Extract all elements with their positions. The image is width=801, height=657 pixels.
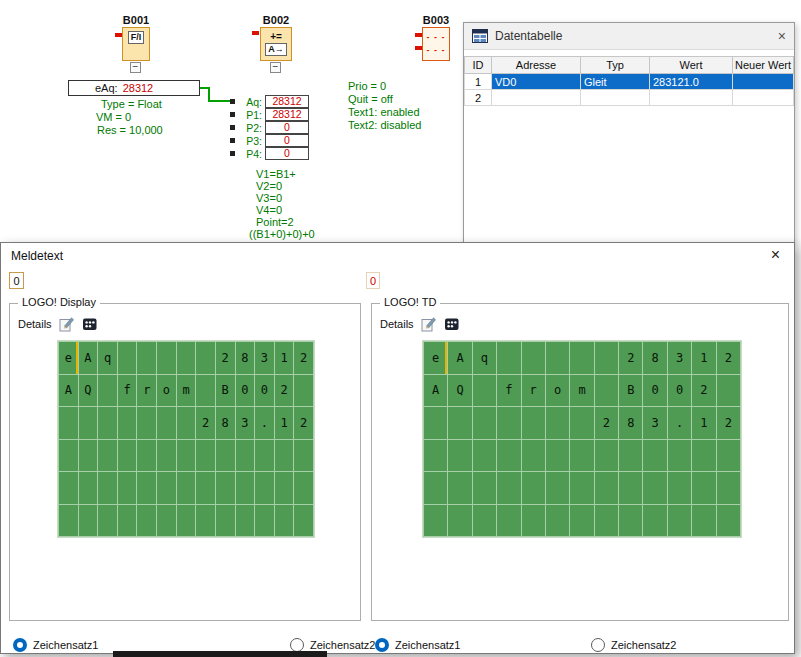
lcd-cell-r3c11[interactable]: . — [668, 407, 691, 439]
lcd-cell-r5c10[interactable] — [236, 472, 255, 504]
lcd-cell-r3c13[interactable]: 2 — [294, 407, 313, 439]
lcd-cell-r4c5[interactable] — [137, 440, 156, 472]
lcd-cell-r6c1[interactable] — [424, 505, 447, 537]
lcd-cell-r3c6[interactable] — [546, 407, 569, 439]
lcd-cell-r3c5[interactable] — [522, 407, 545, 439]
lcd-cell-r2c1[interactable]: A — [59, 375, 78, 407]
lcd-cell-r4c2[interactable] — [448, 440, 471, 472]
lcd-cell-r6c12[interactable] — [275, 505, 294, 537]
lcd-cell-r6c13[interactable] — [717, 505, 740, 537]
lcd-cell-r4c9[interactable] — [216, 440, 235, 472]
lcd-cell-r5c3[interactable] — [98, 472, 117, 504]
cell-id[interactable]: 1 — [465, 74, 492, 90]
lcd-cell-r1c9[interactable]: 2 — [216, 342, 235, 374]
edit-icon[interactable] — [59, 316, 75, 332]
lcd-cell-r4c5[interactable] — [522, 440, 545, 472]
lcd-cell-r4c7[interactable] — [570, 440, 593, 472]
lcd-cell-r5c6[interactable] — [546, 472, 569, 504]
lcd-cell-r5c12[interactable] — [692, 472, 715, 504]
datatable-titlebar[interactable]: Datentabelle × — [464, 23, 794, 50]
lcd-cell-r6c3[interactable] — [473, 505, 496, 537]
lcd-cell-r1c13[interactable]: 2 — [294, 342, 313, 374]
lcd-cell-r1c3[interactable]: q — [473, 342, 496, 374]
lcd-cell-r6c1[interactable] — [59, 505, 78, 537]
lcd-cell-r3c10[interactable]: 3 — [643, 407, 666, 439]
lcd-cell-r1c6[interactable] — [546, 342, 569, 374]
lcd-cell-r1c13[interactable]: 2 — [717, 342, 740, 374]
special-characters-icon[interactable] — [444, 316, 460, 332]
lcd-cell-r6c11[interactable] — [668, 505, 691, 537]
message-count-field-right[interactable]: 0 — [366, 272, 380, 289]
lcd-cell-r3c1[interactable] — [424, 407, 447, 439]
lcd-cell-r3c6[interactable] — [157, 407, 176, 439]
lcd-cell-r2c6[interactable]: o — [157, 375, 176, 407]
lcd-cell-r4c9[interactable] — [619, 440, 642, 472]
lcd-cell-r1c12[interactable]: 1 — [692, 342, 715, 374]
lcd-cell-r4c3[interactable] — [98, 440, 117, 472]
lcd-cell-r2c10[interactable]: 0 — [643, 375, 666, 407]
lcd-cell-r6c8[interactable] — [196, 505, 215, 537]
lcd-cell-r1c5[interactable] — [137, 342, 156, 374]
lcd-cell-r5c10[interactable] — [643, 472, 666, 504]
lcd-cell-r6c5[interactable] — [137, 505, 156, 537]
lcd-cell-r5c2[interactable] — [79, 472, 98, 504]
lcd-cell-r5c2[interactable] — [448, 472, 471, 504]
lcd-cell-r6c5[interactable] — [522, 505, 545, 537]
radio-zeichensatz1-display[interactable]: Zeichensatz1 — [13, 638, 98, 652]
lcd-cell-r1c9[interactable]: 2 — [619, 342, 642, 374]
lcd-cell-r2c7[interactable]: m — [177, 375, 196, 407]
lcd-cell-r5c8[interactable] — [196, 472, 215, 504]
network-input-box[interactable]: eAq: 28312 — [68, 80, 200, 96]
column-header-neuer-wert[interactable]: Neuer Wert — [733, 57, 794, 74]
lcd-cell-r4c1[interactable] — [59, 440, 78, 472]
b002-input-value[interactable]: 28312 — [265, 108, 309, 121]
lcd-cell-r4c12[interactable] — [275, 440, 294, 472]
lcd-cell-r5c3[interactable] — [473, 472, 496, 504]
lcd-cell-r4c12[interactable] — [692, 440, 715, 472]
datatable-close-icon[interactable]: × — [778, 29, 786, 43]
lcd-cell-r4c6[interactable] — [157, 440, 176, 472]
lcd-cell-r2c3[interactable] — [473, 375, 496, 407]
b002-input-value[interactable]: 0 — [265, 121, 309, 134]
lcd-cell-r6c6[interactable] — [157, 505, 176, 537]
lcd-cell-r1c1[interactable]: e — [59, 342, 78, 374]
lcd-cell-r5c4[interactable] — [118, 472, 137, 504]
lcd-cell-r3c8[interactable]: 2 — [196, 407, 215, 439]
edit-icon[interactable] — [421, 316, 437, 332]
lcd-cell-r4c1[interactable] — [424, 440, 447, 472]
lcd-cell-r3c10[interactable]: 3 — [236, 407, 255, 439]
lcd-cell-r4c2[interactable] — [79, 440, 98, 472]
lcd-cell-r5c7[interactable] — [570, 472, 593, 504]
taskbar-fragment[interactable] — [113, 651, 327, 657]
lcd-cell-r6c11[interactable] — [255, 505, 274, 537]
radio-zeichensatz2-td[interactable]: Zeichensatz2 — [591, 638, 676, 652]
lcd-cell-r2c8[interactable] — [595, 375, 618, 407]
b002-input-value[interactable]: 0 — [265, 134, 309, 147]
lcd-cell-r2c8[interactable] — [196, 375, 215, 407]
b002-input-value[interactable]: 0 — [265, 147, 309, 160]
lcd-cell-r4c3[interactable] — [473, 440, 496, 472]
lcd-cell-r2c10[interactable]: 0 — [236, 375, 255, 407]
cell-adresse[interactable]: VD0 — [492, 74, 581, 90]
radio-zeichensatz1-td[interactable]: Zeichensatz1 — [375, 638, 460, 652]
lcd-cell-r2c4[interactable]: f — [118, 375, 137, 407]
lcd-cell-r6c7[interactable] — [570, 505, 593, 537]
lcd-cell-r3c3[interactable] — [473, 407, 496, 439]
lcd-cell-r3c12[interactable]: 1 — [275, 407, 294, 439]
lcd-cell-r2c4[interactable]: f — [497, 375, 520, 407]
lcd-cell-r1c7[interactable] — [570, 342, 593, 374]
lcd-cell-r4c11[interactable] — [255, 440, 274, 472]
cell-neuer-wert[interactable] — [733, 74, 794, 90]
lcd-cell-r3c4[interactable] — [497, 407, 520, 439]
lcd-cell-r5c13[interactable] — [294, 472, 313, 504]
lcd-cell-r6c6[interactable] — [546, 505, 569, 537]
lcd-cell-r5c1[interactable] — [59, 472, 78, 504]
lcd-cell-r6c4[interactable] — [497, 505, 520, 537]
dialog-close-icon[interactable]: × — [771, 247, 780, 263]
lcd-cell-r2c12[interactable]: 2 — [275, 375, 294, 407]
lcd-cell-r5c5[interactable] — [137, 472, 156, 504]
lcd-cell-r3c4[interactable] — [118, 407, 137, 439]
lcd-cell-r4c4[interactable] — [118, 440, 137, 472]
lcd-cell-r4c10[interactable] — [643, 440, 666, 472]
column-header-typ[interactable]: Typ — [581, 57, 650, 74]
